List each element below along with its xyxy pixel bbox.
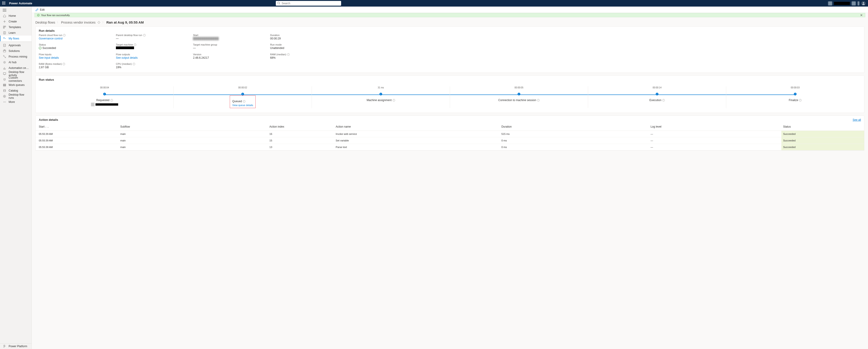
settings-icon[interactable] — [852, 1, 856, 5]
col-log[interactable]: Log level — [649, 123, 781, 131]
nav-ai-hub[interactable]: AI hub — [0, 59, 32, 65]
info-icon[interactable]: i — [662, 99, 665, 102]
info-icon[interactable]: i — [287, 53, 290, 56]
nav-label: Create — [9, 20, 17, 23]
nav-home[interactable]: Home — [0, 13, 32, 19]
col-subflow[interactable]: Subflow — [118, 123, 268, 131]
catalog-icon — [3, 89, 6, 93]
col-name[interactable]: Action name — [334, 123, 500, 131]
stage-duration: 00:00:03 — [791, 86, 800, 89]
info-icon[interactable]: i — [243, 100, 245, 103]
stage-requested: 00:00:04 Requestedi — [36, 86, 174, 108]
more-icon: ⋯ — [3, 100, 6, 104]
flowout-link[interactable]: See output details — [116, 56, 193, 59]
nav-work-queues[interactable]: Work queues — [0, 82, 32, 88]
table-row[interactable]: 05:55:39 AM main 16 Invoke web service 5… — [36, 131, 864, 137]
info-icon[interactable]: i — [393, 99, 395, 102]
solutions-icon — [3, 49, 6, 53]
runmode-label: Run mode — [270, 43, 282, 46]
book-icon — [3, 31, 6, 35]
nav-desktop-flow-runs[interactable]: Desktop flow runs — [0, 93, 32, 99]
hamburger-icon[interactable] — [0, 7, 32, 13]
nav-my-flows[interactable]: My flows — [0, 36, 32, 41]
breadcrumb-flow-name[interactable]: Process vendor invoices — [61, 21, 95, 24]
view-queue-details-link[interactable]: View queue details — [232, 104, 253, 106]
stage-label: Finalize — [789, 99, 798, 102]
main-content: Edit Your flow ran successfully. ✕ Deskt… — [32, 7, 868, 349]
start-label: Start — [193, 34, 198, 36]
target-machine-label: Target machine — [116, 43, 133, 46]
breadcrumb-desktop-flows[interactable]: Desktop flows — [35, 21, 55, 24]
info-icon[interactable]: i — [111, 99, 113, 102]
environment-name-redacted[interactable] — [834, 2, 850, 5]
info-icon[interactable]: i — [537, 99, 539, 102]
info-icon[interactable]: i — [134, 43, 136, 46]
nav-learn[interactable]: Learn — [0, 30, 32, 36]
nav-power-platform[interactable]: Power Platform — [0, 343, 32, 349]
info-icon[interactable]: i — [133, 63, 135, 65]
stage-label: Queued — [232, 100, 242, 103]
target-machine-redacted — [116, 46, 134, 49]
col-index[interactable]: Action index — [268, 123, 334, 131]
cell-log: — — [649, 137, 781, 144]
requested-by — [91, 103, 118, 106]
breadcrumb-run-time: Ran at Aug 9, 05:55 AM — [106, 21, 144, 24]
see-all-link[interactable]: See all — [852, 118, 861, 121]
close-icon[interactable]: ✕ — [860, 13, 863, 17]
avatar[interactable] — [861, 1, 866, 6]
info-icon[interactable]: i — [799, 99, 802, 102]
parent-cloud-value[interactable]: Governance control — [39, 37, 116, 40]
cell-start: 05:55:39 AM — [36, 131, 118, 137]
nav-custom-connectors[interactable]: Custom connectors — [0, 76, 32, 82]
nav-label: Custom connectors — [9, 76, 29, 82]
table-row[interactable]: 05:55:38 AM main 13 Parse text 0 ms — Su… — [36, 144, 864, 150]
cpu-label: CPU (median) — [116, 63, 132, 65]
env-icon[interactable] — [828, 1, 832, 5]
parent-cloud-label: Parent cloud flow run — [39, 34, 62, 36]
run-status-title: Run status — [36, 76, 864, 83]
svg-rect-9 — [5, 26, 6, 27]
ram-median-value: 68% — [270, 56, 861, 59]
ai-icon — [3, 61, 6, 64]
help-icon[interactable] — [858, 1, 859, 5]
edit-button[interactable]: Edit — [35, 8, 45, 11]
info-icon[interactable]: i — [63, 63, 65, 65]
col-status[interactable]: Status — [781, 123, 864, 131]
cell-duration: 515 ms — [500, 131, 649, 137]
table-row[interactable]: 05:55:39 AM main 15 Set variable 0 ms — … — [36, 137, 864, 144]
svg-rect-27 — [3, 84, 6, 84]
nav-solutions[interactable]: Solutions — [0, 48, 32, 54]
nav-automation-center[interactable]: Automation center (previe... — [0, 65, 32, 71]
col-duration[interactable]: Duration — [500, 123, 649, 131]
queued-highlight-box: Queuedi View queue details — [230, 95, 256, 108]
nav-create[interactable]: Create — [0, 19, 32, 24]
search-input[interactable] — [276, 1, 341, 6]
waffle-icon[interactable] — [2, 2, 6, 5]
stage-label: Machine assignment — [367, 99, 392, 102]
brand-title: Power Automate — [9, 2, 32, 5]
connector-icon — [3, 77, 6, 81]
flowin-label: Flow inputs — [39, 53, 52, 56]
nav-label: Work queues — [9, 83, 25, 86]
info-icon[interactable]: i — [63, 34, 66, 36]
nav-more[interactable]: ⋯More — [0, 99, 32, 105]
nav-label: Home — [9, 14, 16, 18]
parent-desktop-label: Parent desktop flow run — [116, 34, 142, 36]
info-icon[interactable]: i — [143, 34, 146, 36]
nav-process-mining[interactable]: Process mining — [0, 54, 32, 59]
cell-status: Succeeded — [781, 144, 864, 150]
command-bar: Edit — [32, 7, 868, 13]
action-details-card: Action details See all Start ↓ ⌄ Subflow… — [35, 115, 864, 151]
stage-machine-assignment: 31 ms Machine assignmenti — [312, 86, 450, 108]
parent-desktop-value: — — [116, 37, 193, 40]
ram-bytes-value: 2,87 GB — [39, 66, 116, 69]
action-details-title: Action details — [39, 118, 58, 121]
nav-catalog[interactable]: Catalog — [0, 88, 32, 93]
col-start[interactable]: Start ↓ ⌄ — [36, 123, 118, 131]
nav-desktop-flow-activity[interactable]: Desktop flow activity — [0, 71, 32, 76]
nav-label: Learn — [9, 31, 16, 34]
nav-approvals[interactable]: Approvals — [0, 42, 32, 48]
flowin-link[interactable]: See input details — [39, 56, 116, 59]
run-status-timeline: 00:00:04 Requestedi 00:00:02 Queuedi Vie… — [36, 86, 864, 108]
nav-templates[interactable]: Templates — [0, 24, 32, 30]
